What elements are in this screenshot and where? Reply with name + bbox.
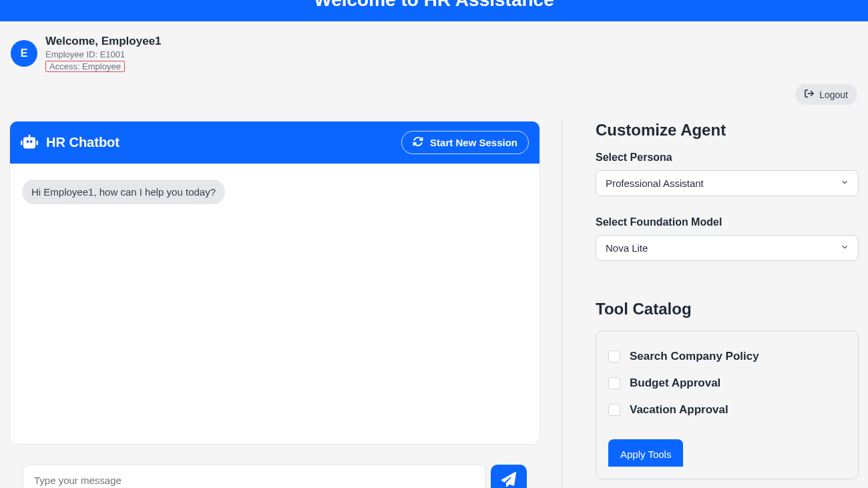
tool-checkbox[interactable] [608, 377, 620, 389]
logout-icon [805, 89, 814, 100]
user-meta: Welcome, Employee1 Employee ID: E1001 Ac… [45, 35, 162, 72]
page-banner: Welcome to HR Assistance [0, 0, 868, 21]
chat-input[interactable] [23, 465, 485, 488]
model-value: Nova Lite [606, 242, 648, 254]
employee-id-text: Employee ID: E1001 [45, 49, 162, 59]
chat-column: HR Chatbot Start New Session Hi Employee… [9, 121, 540, 488]
side-column: Customize Agent Select Persona Professio… [562, 121, 859, 488]
tool-item: Budget Approval [608, 370, 846, 397]
send-icon [501, 472, 516, 488]
tool-checkbox[interactable] [608, 404, 620, 416]
user-info-row: E Welcome, Employee1 Employee ID: E1001 … [0, 21, 868, 72]
tool-checkbox[interactable] [608, 350, 620, 362]
new-session-label: Start New Session [430, 137, 517, 148]
tool-catalog-heading: Tool Catalog [596, 300, 859, 318]
tool-item: Search Company Policy [608, 343, 846, 370]
chat-title: HR Chatbot [46, 135, 120, 150]
apply-tools-button[interactable]: Apply Tools [608, 439, 683, 467]
tool-label: Search Company Policy [630, 350, 759, 363]
tool-label: Budget Approval [630, 377, 720, 390]
tool-item: Vacation Approval [608, 397, 846, 423]
main-layout: HR Chatbot Start New Session Hi Employee… [0, 105, 868, 488]
persona-label: Select Persona [596, 152, 859, 164]
persona-value: Professional Assistant [606, 178, 704, 189]
chat-input-row [9, 454, 540, 488]
new-session-button[interactable]: Start New Session [401, 131, 529, 154]
tool-catalog-box: Search Company Policy Budget Approval Va… [596, 330, 859, 479]
logout-button[interactable]: Logout [795, 84, 857, 105]
bot-message: Hi Employee1, how can I help you today? [22, 180, 225, 204]
chat-body: Hi Employee1, how can I help you today? [10, 164, 539, 444]
send-button[interactable] [491, 465, 527, 488]
apply-tools-label: Apply Tools [620, 449, 671, 460]
model-select[interactable]: Nova Lite [596, 235, 859, 261]
chat-card: HR Chatbot Start New Session Hi Employee… [9, 121, 540, 445]
persona-select[interactable]: Professional Assistant [596, 170, 859, 196]
avatar: E [11, 40, 37, 67]
welcome-text: Welcome, Employee1 [45, 35, 162, 48]
access-badge: Access: Employee [45, 61, 125, 72]
chat-header: HR Chatbot Start New Session [10, 121, 539, 164]
model-label: Select Foundation Model [596, 216, 859, 228]
tool-label: Vacation Approval [630, 403, 728, 417]
customize-heading: Customize Agent [596, 121, 859, 140]
robot-icon [21, 133, 38, 153]
refresh-icon [413, 136, 423, 149]
logout-row: Logout [0, 72, 868, 105]
logout-label: Logout [819, 89, 848, 100]
chat-title-group: HR Chatbot [21, 133, 120, 153]
avatar-initial: E [21, 47, 28, 59]
persona-select-wrap: Professional Assistant [596, 170, 859, 196]
banner-title: Welcome to HR Assistance [314, 0, 554, 10]
model-select-wrap: Nova Lite [596, 235, 859, 261]
